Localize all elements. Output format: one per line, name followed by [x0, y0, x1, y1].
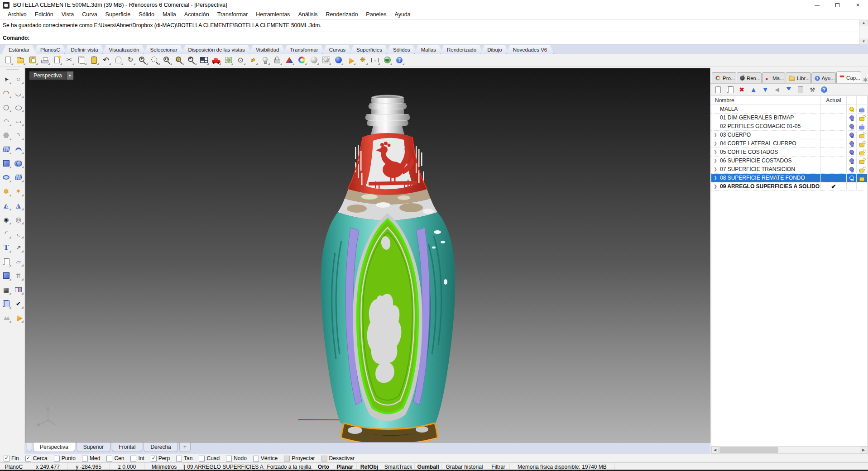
osnap-desactivar[interactable]: Desactivar [321, 455, 355, 461]
layer-lock-icon[interactable] [860, 160, 864, 163]
osnap-checkbox[interactable] [130, 456, 136, 461]
arc-button[interactable]: ◠ [0, 116, 12, 127]
ribbon-tab-mallas[interactable]: Mallas [414, 45, 443, 54]
panel-tab-ayuda[interactable]: ?Ayu... [811, 72, 836, 83]
export-file-icon[interactable] [52, 55, 62, 66]
osnap-checkbox[interactable] [253, 456, 259, 461]
expand-chevron-icon[interactable]: ❯ [712, 167, 719, 171]
circle-button[interactable]: ○ [0, 102, 12, 113]
cplane-cone-icon[interactable] [345, 55, 356, 66]
layer-lock-icon[interactable] [860, 177, 864, 181]
boolean-union-button[interactable]: ✽ [0, 186, 12, 197]
menu-item-paneles[interactable]: Paneles [362, 10, 390, 19]
ribbon-tab-visibilidad[interactable]: Visibilidad [249, 45, 286, 54]
print-icon[interactable] [39, 55, 50, 66]
panel-tab-capas[interactable]: Cap... [836, 71, 861, 83]
layer-lock-cell[interactable] [856, 122, 867, 130]
copy-array-button[interactable] [0, 256, 12, 267]
layer-lock-cell[interactable] [856, 105, 867, 113]
selection-check-button[interactable]: ✔ [13, 298, 24, 309]
osnap-punto[interactable]: Punto [54, 455, 76, 461]
layer-lock-cell[interactable] [856, 131, 867, 139]
menu-item-renderizado[interactable]: Renderizado [321, 10, 362, 19]
osnap-checkbox[interactable] [106, 456, 112, 461]
surface-bend-button[interactable] [13, 144, 24, 155]
surface-from-cv-button[interactable] [0, 144, 12, 155]
layer-visibility-cell[interactable] [846, 148, 856, 156]
solid-face-edit-button[interactable] [0, 270, 12, 281]
command-line[interactable]: Comando: [0, 32, 868, 44]
scroll-left-icon[interactable]: ◀ [711, 447, 719, 453]
earth-anchor-icon[interactable] [382, 55, 393, 66]
command-scrollbar[interactable]: ▲ ▼ [859, 20, 868, 44]
menu-item-edición[interactable]: Edición [31, 10, 58, 19]
expand-chevron-icon[interactable]: ❯ [712, 158, 719, 163]
curve-circle-icon[interactable]: ⊙ [235, 55, 246, 66]
bottle-render[interactable] [315, 92, 460, 442]
open-file-icon[interactable] [15, 55, 26, 66]
move-layer-up-button[interactable]: ▲ [748, 85, 759, 95]
osnap-proyectar[interactable]: Proyectar [284, 455, 315, 461]
solid-sphere-button[interactable] [13, 158, 24, 169]
shaded-viewmode-icon[interactable] [308, 55, 319, 66]
lamp-icon[interactable] [259, 55, 270, 66]
osnap-int[interactable]: Int [130, 455, 144, 461]
undo-icon[interactable]: ↶ [101, 55, 111, 66]
layer-current-cell[interactable] [820, 165, 846, 173]
layer-lock-icon[interactable] [860, 134, 864, 138]
ribbon-tab-novedades-v6[interactable]: Novedades V6 [506, 45, 554, 54]
zoom-extents-icon[interactable] [162, 55, 173, 66]
ribbon-tab-estándar[interactable]: Estándar [2, 45, 36, 54]
layer-row[interactable]: MALLA [711, 105, 867, 114]
viewport-tab-superior[interactable]: Superior [77, 442, 110, 452]
layer-lock-icon[interactable] [860, 117, 864, 120]
layer-row[interactable]: 02 PERFILES GEOMAGIC 01-05 [711, 122, 867, 131]
menu-item-ayuda[interactable]: Ayuda [391, 10, 415, 19]
osnap-fin[interactable]: Fin [4, 455, 19, 461]
osnap-vértice[interactable]: Vértice [253, 455, 278, 461]
rendered-viewmode-icon[interactable] [333, 55, 344, 66]
layer-current-cell[interactable] [820, 148, 846, 156]
osnap-checkbox[interactable] [82, 456, 88, 461]
layer-tools-button[interactable]: ⚒ [806, 85, 818, 95]
layer-bulb-icon[interactable] [849, 158, 854, 163]
minimize-button[interactable]: — [807, 0, 827, 10]
cut-icon[interactable]: ✂ [64, 55, 75, 66]
osnap-tan[interactable]: Tan [176, 455, 192, 461]
scroll-up-icon[interactable]: ▲ [859, 20, 868, 26]
fillet-curve-button[interactable]: ◜ [0, 228, 12, 239]
column-header-nombre[interactable]: Nombre [711, 97, 820, 104]
osnap-cen[interactable]: Cen [106, 455, 124, 461]
ribbon-tab-dibujo[interactable]: Dibujo [480, 45, 509, 54]
layer-visibility-cell[interactable] [846, 139, 856, 147]
osnap-cuad[interactable]: Cuad [199, 455, 220, 461]
panel-tab-materiales[interactable]: Ma... [762, 72, 785, 83]
explode-button[interactable]: ✶ [13, 186, 24, 197]
ribbon-tab-visualización[interactable]: Visualización [102, 45, 146, 54]
layer-row[interactable]: ❯05 CORTE COSTADOS [711, 148, 867, 157]
osnap-checkbox[interactable] [25, 456, 31, 461]
expand-chevron-icon[interactable]: ❯ [712, 141, 719, 146]
delete-layer-button[interactable]: ✖ [736, 85, 748, 95]
column-header-actual[interactable]: Actual [820, 96, 846, 105]
menu-item-acotación[interactable]: Acotación [180, 10, 213, 19]
ribbon-tab-seleccionar[interactable]: Seleccionar [144, 45, 184, 54]
layer-bulb-icon[interactable] [849, 124, 854, 128]
layer-lock-cell[interactable] [856, 182, 867, 190]
circle-tangent-button[interactable]: ◎ [13, 214, 24, 225]
layer-visibility-cell[interactable] [846, 114, 856, 122]
layer-visibility-cell[interactable] [846, 122, 856, 130]
layer-lock-icon[interactable] [860, 152, 864, 155]
zoom-in-icon[interactable]: + [137, 55, 148, 66]
layer-visibility-cell[interactable] [846, 182, 856, 190]
save-icon[interactable] [27, 55, 38, 66]
mirror-button[interactable] [13, 284, 24, 295]
layer-lock-icon[interactable] [860, 169, 864, 172]
layer-bulb-icon[interactable] [849, 150, 854, 154]
layer-current-cell[interactable] [820, 157, 846, 165]
menu-item-análisis[interactable]: Análisis [294, 10, 321, 19]
layer-visibility-cell[interactable] [846, 105, 856, 113]
osnap-checkbox[interactable] [176, 456, 182, 461]
osnap-med[interactable]: Med [82, 455, 100, 461]
menu-item-vista[interactable]: Vista [58, 10, 78, 19]
